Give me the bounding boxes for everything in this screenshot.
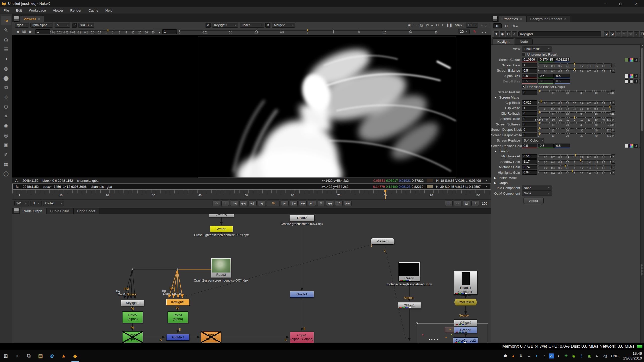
value-field[interactable]: 0.74	[522, 165, 537, 169]
slider-handle[interactable]	[609, 105, 611, 108]
undo-icon[interactable]: ↶	[616, 31, 621, 36]
start-button[interactable]: ⊞	[0, 350, 12, 362]
value-field[interactable]: 0.94	[522, 170, 537, 175]
flipbook-icon[interactable]: ◫	[445, 201, 453, 206]
value-field[interactable]: 0.170435	[538, 58, 554, 62]
color-sample-a-icon[interactable]: ◪	[604, 31, 609, 36]
value-field[interactable]: 0.5	[554, 79, 570, 84]
tray-usb-icon[interactable]: ⇩	[518, 351, 525, 361]
animation-curve-icon[interactable]: ~	[611, 106, 615, 110]
toolsets-icon[interactable]: ▦	[1, 159, 11, 169]
frame-format-icon[interactable]: ▣	[406, 23, 412, 27]
wipe-icon[interactable]: ⧉	[425, 23, 430, 27]
deep-tools-icon[interactable]: ◉	[1, 121, 11, 130]
slider-handle[interactable]	[574, 62, 575, 65]
node-copy1[interactable]: Copy1(alpha -> alpha)	[290, 332, 314, 343]
clip-white-slider[interactable]: 00.10.20.30.40.50.60.70.80.91	[539, 106, 611, 111]
color-swatch[interactable]	[625, 144, 629, 148]
float-panel-icon[interactable]: ❐	[640, 31, 644, 36]
tray-defender-icon[interactable]: ✚	[563, 351, 570, 361]
nuke-taskbar-icon[interactable]: ◆	[69, 350, 81, 362]
panel-layout-icon-2[interactable]	[14, 208, 19, 214]
value-field[interactable]: 1	[522, 63, 537, 67]
screen-softness-slider[interactable]: 01020304057.344	[539, 122, 611, 127]
forward-one-button[interactable]: ❘▶	[290, 201, 298, 206]
selection-handle[interactable]	[416, 323, 418, 324]
center-in-viewer-icon[interactable]: ◉	[500, 31, 505, 36]
screen-balance-slider[interactable]: 00.10.20.30.40.50.60.70.80.91	[539, 68, 611, 73]
info-a-dropdown-icon[interactable]: ▼	[486, 179, 488, 182]
max-panels-field[interactable]: 10	[493, 23, 502, 28]
a-input-label[interactable]: A	[206, 23, 211, 28]
viewer-canvas[interactable]	[12, 35, 491, 177]
menu-cache[interactable]: Cache	[85, 7, 102, 14]
node-roto1[interactable]: Roto1(alpha)	[122, 331, 143, 343]
tab-dope-sheet[interactable]: Dope Sheet	[73, 208, 99, 214]
color-swatch[interactable]	[625, 74, 629, 78]
menu-render[interactable]: Render	[67, 7, 85, 14]
composite-mode-dropdown[interactable]: under▼	[240, 23, 264, 28]
tray-volume-icon[interactable]: ◁)	[602, 351, 609, 361]
gain-slider[interactable]: 0.010.020.030.050.10.20.30.5123510203050	[53, 29, 153, 34]
value-field[interactable]: 0.5	[554, 74, 570, 78]
tray-app-icon[interactable]: ▣	[586, 351, 593, 361]
menu-help[interactable]: Help	[102, 7, 116, 14]
step-forward-button[interactable]: ▶▶	[344, 201, 352, 206]
tray-abbyy-icon[interactable]: A	[549, 353, 554, 358]
channel-count-button[interactable]: 3	[634, 79, 638, 83]
node-read2[interactable]: Read2	[289, 215, 314, 221]
gamma-slider[interactable]: 00.010.10.20.5125102050	[179, 29, 436, 34]
properties-scrollbar[interactable]: ▲	[640, 43, 644, 343]
animation-curve-icon[interactable]: ~	[611, 69, 615, 73]
shadow-gain-slider[interactable]: 00.20.40.60.811.21.41.61.82	[539, 159, 611, 164]
value-field[interactable]: 0	[522, 111, 537, 116]
value-field[interactable]: 0.025	[522, 100, 537, 105]
tab-node[interactable]: Node	[515, 38, 533, 44]
node-write2[interactable]: Write2	[210, 226, 233, 232]
node-roto4[interactable]: Roto4(alpha)	[168, 311, 188, 323]
loop-mode-icon[interactable]: ⟲	[213, 201, 220, 206]
annotation-pen-icon[interactable]: ✎	[472, 29, 477, 34]
value-field[interactable]: 0.5	[522, 144, 537, 148]
close-tab-icon[interactable]: ✕	[38, 17, 40, 21]
b-input-label[interactable]: B	[265, 23, 270, 28]
node-oflow1[interactable]: OFlow1	[398, 302, 421, 309]
layer-dropdown[interactable]: rgba.alpha▼	[30, 23, 53, 28]
collapse-chevrons2-icon[interactable]: ⌄⌄	[479, 29, 488, 34]
node-timeoffset1[interactable]: TimeOffset1	[454, 299, 477, 305]
animation-curve-icon[interactable]: ~	[611, 63, 615, 67]
screen-despot-black-slider[interactable]: 01020304057.344	[539, 127, 611, 132]
frame-step-field[interactable]: 10	[335, 201, 343, 206]
group-crops[interactable]: ▶Crops	[491, 180, 644, 185]
menu-viewer[interactable]: Viewer	[49, 7, 67, 14]
mask-input-icon[interactable]: ⊟	[506, 31, 511, 36]
color-wheel-icon[interactable]	[629, 58, 633, 62]
tab-viewer3[interactable]: Viewer3 ✕	[20, 16, 44, 22]
other-tools-icon[interactable]: ◯	[1, 169, 11, 178]
time-tools-icon[interactable]: ◷	[1, 35, 11, 44]
language-indicator[interactable]: ENG	[611, 354, 619, 358]
tray-share-icon[interactable]: ✦	[533, 351, 540, 361]
checkbox-unpremultiply-result[interactable]	[522, 53, 526, 56]
vlc-icon[interactable]: ▲	[58, 350, 69, 362]
keyer-tools-icon[interactable]: ⬤	[1, 73, 11, 83]
animation-curve-icon[interactable]: ~	[611, 101, 615, 105]
node-erode1[interactable]: Erode1(alpha)	[201, 331, 221, 343]
midtones-gain-slider[interactable]: 00.20.40.60.811.21.41.61.82	[539, 165, 611, 170]
views-tools-icon[interactable]: ◎	[1, 130, 11, 140]
screen-gain-slider[interactable]: 00.20.40.60.811.21.41.61.82	[539, 63, 611, 68]
frame-info-icon[interactable]: i	[221, 201, 229, 206]
color-sample-b-icon[interactable]: ◪	[610, 31, 615, 36]
view-mode-dropdown[interactable]: 2D▼	[458, 29, 470, 34]
channel-tools-icon[interactable]: ☰	[1, 44, 11, 54]
tray-bluetooth-icon[interactable]: ᛒ	[578, 351, 585, 361]
filter-tools-icon[interactable]: ◍	[1, 64, 11, 73]
node-addmix1[interactable]: AddMix1	[166, 334, 189, 341]
taskbar-clock[interactable]: 18:49 13/03/2019	[623, 351, 642, 361]
frame-range-dropdown[interactable]: Global▼	[43, 201, 64, 206]
value-field[interactable]: 0.5	[554, 144, 570, 148]
search-button[interactable]: ⌕	[12, 350, 23, 362]
downrez-dropdown[interactable]: 1:2▼	[466, 23, 478, 28]
edge-browser-icon[interactable]: e	[46, 350, 58, 362]
scrollbar-thumb[interactable]	[641, 48, 644, 131]
